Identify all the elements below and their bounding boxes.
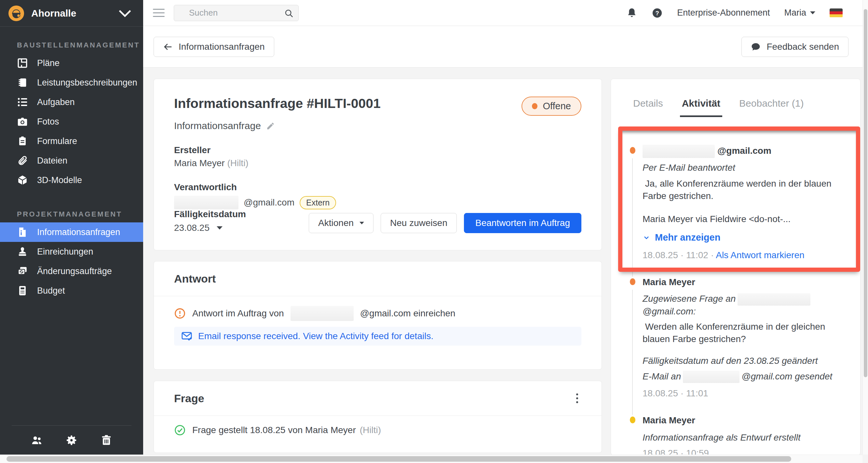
redacted-email [290,306,354,321]
activity-item-assignment: Maria Meyer Zugewiesene Frage an@gmail.c… [643,275,845,399]
caret-down-icon [360,222,364,224]
sidebar-item-label: Änderungsaufträge [37,266,112,276]
edit-pencil-icon[interactable] [266,122,275,130]
tab-beobachter[interactable]: Beobachter (1) [737,98,806,117]
alert-suffix: @gmail.com einreichen [360,308,456,319]
people-icon[interactable] [31,434,43,447]
vertical-scrollbar[interactable] [863,0,868,455]
alert-prefix: Antwort im Auftrag von [192,308,284,319]
subscription-label[interactable]: Enterprise-Abonnement [677,8,770,18]
back-button-label: Informationsanfragen [179,42,265,52]
answer-card: Antwort Antwort im Auftrag von @gmail.co… [154,261,602,370]
search-icon[interactable] [284,8,294,18]
sidebar-item-label: Informationsanfragen [37,227,120,237]
activity-panel: Details Aktivität Beobachter (1) @gmail.… [611,79,861,455]
svg-text:?: ? [656,9,659,16]
actions-button-label: Aktionen [318,218,354,228]
sidebar-item-label: Aufgaben [37,97,75,107]
search-input[interactable] [174,5,298,21]
project-switcher[interactable]: Ahornalle [0,0,143,27]
sidebar-item-fotos[interactable]: Fotos [0,112,143,131]
alert-circle-icon [174,307,186,319]
due-date-value: 23.08.25 [174,223,210,233]
activity-actor: Maria Meyer [643,275,845,289]
sidebar-item-budget[interactable]: Budget [0,281,143,300]
user-name: Maria [784,8,806,18]
chevron-down-icon [643,234,650,241]
help-icon[interactable]: ? [652,7,663,19]
activity-email-sent: E-Mail an@gmail.com gesendet [643,371,845,383]
answer-section-title: Antwort [174,271,216,286]
panel-tabs: Details Aktivität Beobachter (1) [611,79,860,117]
redacted-name [643,145,715,158]
notifications-bell-icon[interactable] [626,7,637,19]
due-date-dropdown[interactable]: 23.08.25 [174,223,246,233]
tab-details[interactable]: Details [631,98,665,117]
activity-timestamp: 18.08.25 · 10:59 [643,448,845,455]
camera-icon [17,116,28,127]
actions-dropdown-button[interactable]: Aktionen [309,213,373,233]
paperclip-icon [17,155,28,166]
sidebar-item-label: Pläne [37,58,60,68]
assigned-suffix: @gmail.com: [643,306,696,317]
caret-down-icon [217,226,222,230]
arrow-left-icon [163,42,173,52]
back-button[interactable]: Informationsanfragen [154,37,274,57]
creator-org: (Hilti) [227,158,248,168]
trash-icon[interactable] [100,434,113,447]
reassign-button-label: Neu zuweisen [390,218,447,228]
language-flag-german-icon[interactable] [830,8,843,18]
activity-actor: @gmail.com [643,144,845,158]
project-logo-icon [8,5,24,21]
creator-name: Maria Meyer [174,158,225,168]
request-type-label: Informationsanfrage [174,120,261,131]
chevron-down-icon [118,9,131,17]
timestamp-text: 18.08.25 · 11:02 · [643,250,714,260]
sidebar-item-3d-modelle[interactable]: 3D-Modelle [0,170,143,190]
sidebar-item-formulare[interactable]: Formulare [0,131,143,151]
project-name: Ahornalle [31,8,76,19]
sidebar-item-dateien[interactable]: Dateien [0,151,143,170]
sidebar-item-aufgaben[interactable]: Aufgaben [0,92,143,112]
status-label: Offene [542,101,571,111]
user-menu[interactable]: Maria [784,8,815,18]
request-card: Informationsanfrage #HILTI-0001 Offene I… [154,79,602,251]
question-status-org: (Hilti) [360,425,381,435]
horizontal-scrollbar[interactable] [0,455,863,463]
activity-assigned-line: Zugewiesene Frage an@gmail.com: [643,293,845,317]
tab-aktivitaet[interactable]: Aktivität [680,98,722,117]
redacted-email [174,196,239,209]
sidebar-item-plaene[interactable]: Pläne [0,53,143,73]
horizontal-scrollbar-thumb[interactable] [6,456,791,462]
status-badge[interactable]: Offene [522,97,581,116]
email-notice-link[interactable]: Email response received. View the Activi… [198,331,433,341]
change-orders-icon [17,266,28,277]
sidebar-item-label: Formulare [37,136,77,146]
sidebar-item-label: Dateien [37,156,67,166]
hamburger-menu-icon[interactable] [153,9,165,17]
page-header: Informationsanfragen Feedback senden [143,26,868,68]
main-content: Informationsanfrage #HILTI-0001 Offene I… [143,68,868,463]
show-more-link[interactable]: Mehr anzeigen [643,232,845,243]
sidebar-item-leistungsbeschreibungen[interactable]: Leistungsbeschreibungen [0,73,143,92]
mark-as-answer-link[interactable]: Als Antwort markieren [716,250,804,260]
activity-question: Werden alle Konferenzräume in der gleich… [643,321,845,345]
reassign-button[interactable]: Neu zuweisen [381,213,457,233]
question-card: Frage Frage gestellt 18.08.25 von Maria … [154,381,602,453]
kebab-menu-icon[interactable] [573,392,581,404]
gear-icon[interactable] [65,434,78,447]
assignee-email-suffix: @gmail.com [244,197,294,208]
feedback-button[interactable]: Feedback senden [741,37,848,57]
respond-on-behalf-button[interactable]: Beantworten im Auftrag [464,213,581,233]
sidebar: Ahornalle BAUSTELLENMANAGEMENT Pläne Lei… [0,0,143,463]
sidebar-item-einreichungen[interactable]: Einreichungen [0,242,143,261]
respond-button-label: Beantworten im Auftrag [475,218,570,228]
timeline-rail [632,158,633,277]
vertical-scrollbar-thumb[interactable] [864,9,867,377]
feedback-button-label: Feedback senden [767,42,839,52]
sidebar-item-aenderungsauftraege[interactable]: Änderungsaufträge [0,261,143,281]
extern-badge: Extern [300,196,336,209]
sidebar-item-informationsanfragen[interactable]: Informationsanfragen [0,222,143,242]
assignee-value: @gmail.com Extern [174,196,581,209]
stamp-icon [17,246,28,257]
